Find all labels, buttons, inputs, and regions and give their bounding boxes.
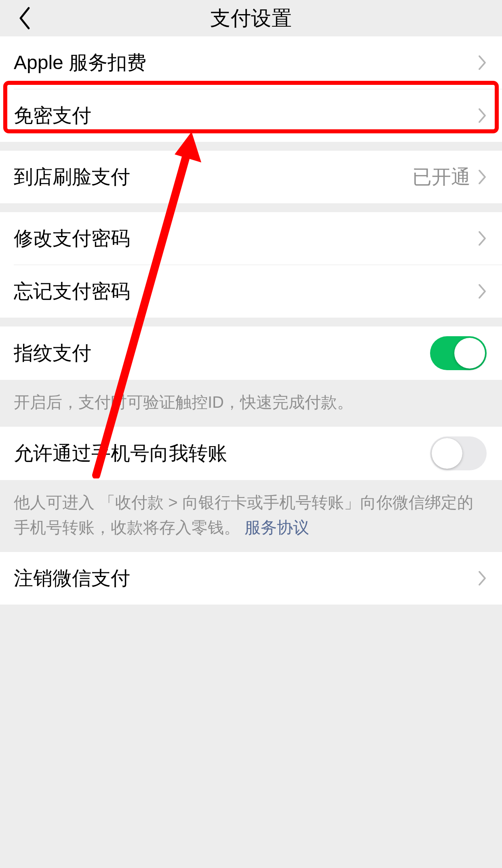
cell-label: 允许通过手机号向我转账 bbox=[14, 440, 227, 466]
cell-fingerprint-payment[interactable]: 指纹支付 bbox=[0, 327, 502, 380]
hint-text: 开启后，支付时可验证触控ID，快速完成付款。 bbox=[14, 393, 353, 411]
hint-text: 他人可进入 「收付款 > 向银行卡或手机号转账」向你微信绑定的手机号转账，收款将… bbox=[14, 493, 473, 536]
cell-label: 注销微信支付 bbox=[14, 565, 130, 591]
cell-deregister-wechat-pay[interactable]: 注销微信支付 bbox=[0, 552, 502, 605]
cell-value: 已开通 bbox=[412, 164, 470, 190]
cell-label: 忘记支付密码 bbox=[14, 278, 130, 304]
group-facepay: 到店刷脸支付 已开通 bbox=[0, 151, 502, 203]
group-fingerprint: 指纹支付 bbox=[0, 327, 502, 380]
group-apple-nopwd: Apple 服务扣费 免密支付 bbox=[0, 36, 502, 142]
chevron-right-icon bbox=[478, 571, 487, 586]
back-button[interactable] bbox=[8, 0, 40, 36]
chevron-right-icon bbox=[478, 231, 487, 246]
hint-fingerprint: 开启后，支付时可验证触控ID，快速完成付款。 bbox=[0, 380, 502, 427]
cell-label: 到店刷脸支付 bbox=[14, 164, 130, 190]
page-title: 支付设置 bbox=[0, 5, 502, 32]
header: 支付设置 bbox=[0, 0, 502, 36]
chevron-left-icon bbox=[17, 6, 31, 30]
group-phone-transfer: 允许通过手机号向我转账 bbox=[0, 427, 502, 480]
chevron-right-icon bbox=[478, 108, 487, 123]
toggle-knob bbox=[432, 438, 462, 469]
section-gap bbox=[0, 203, 502, 212]
cell-label: 免密支付 bbox=[14, 103, 91, 129]
cell-label: 指纹支付 bbox=[14, 340, 91, 366]
toggle-fingerprint[interactable] bbox=[430, 336, 487, 370]
cell-label: Apple 服务扣费 bbox=[14, 50, 146, 76]
group-passwords: 修改支付密码 忘记支付密码 bbox=[0, 212, 502, 318]
chevron-right-icon bbox=[478, 169, 487, 185]
hint-phone-transfer: 他人可进入 「收付款 > 向银行卡或手机号转账」向你微信绑定的手机号转账，收款将… bbox=[0, 480, 502, 552]
section-gap bbox=[0, 318, 502, 327]
cell-in-store-face-payment[interactable]: 到店刷脸支付 已开通 bbox=[0, 151, 502, 203]
cell-password-free-payment[interactable]: 免密支付 bbox=[0, 89, 502, 142]
chevron-right-icon bbox=[478, 55, 487, 70]
cell-label: 修改支付密码 bbox=[14, 225, 130, 251]
cell-forgot-payment-password[interactable]: 忘记支付密码 bbox=[0, 265, 502, 318]
section-gap bbox=[0, 142, 502, 151]
cell-change-payment-password[interactable]: 修改支付密码 bbox=[0, 212, 502, 265]
toggle-knob bbox=[454, 338, 485, 369]
toggle-phone-transfer[interactable] bbox=[430, 436, 487, 470]
cell-allow-phone-transfer[interactable]: 允许通过手机号向我转账 bbox=[0, 427, 502, 480]
group-deregister: 注销微信支付 bbox=[0, 552, 502, 605]
chevron-right-icon bbox=[478, 284, 487, 299]
service-agreement-link[interactable]: 服务协议 bbox=[245, 518, 309, 536]
cell-apple-service-deduction[interactable]: Apple 服务扣费 bbox=[0, 36, 502, 89]
